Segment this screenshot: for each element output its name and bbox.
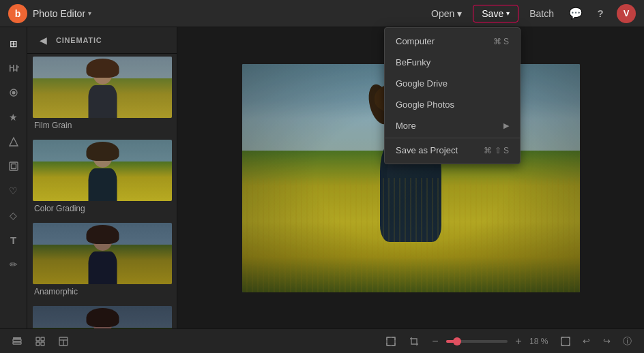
sidebar-item-shapes[interactable] [3,131,25,153]
bottombar-right: ↩ ↪ ⓘ [557,333,636,350]
avatar[interactable]: V [617,4,636,23]
list-item[interactable]: Anamorphic [27,220,177,303]
sidebar-item-heart[interactable]: ♡ [3,180,25,202]
sidebar-item-text[interactable]: T [3,229,25,251]
sidebar-item-brush[interactable]: ✏ [3,254,25,275]
svg-rect-16 [36,342,40,346]
panel-items: Film Grain [27,54,177,328]
svg-rect-12 [13,339,21,341]
effects-panel: ◀ CINEMATIC [27,27,177,328]
svg-rect-3 [13,70,16,71]
topbar-actions: Open ▾ Save ▾ Batch 💬 ? V [423,3,636,25]
svg-rect-11 [13,342,21,344]
thumb-lens-distortion [33,306,172,328]
info-icon[interactable]: ⓘ [618,333,636,350]
help-icon-button[interactable]: ? [589,3,611,25]
sidebar-item-favorites[interactable]: ★ [3,106,25,128]
zoom-value: 18 % [529,337,551,346]
app-name-chevron: ▾ [88,10,91,17]
sidebar-item-layers[interactable]: ⊞ [3,33,25,55]
svg-rect-9 [10,162,18,170]
list-item[interactable]: Film Grain [27,54,177,137]
thumb-film-grain [33,57,172,118]
list-item[interactable]: Color Grading [27,137,177,220]
sidebar-item-frames[interactable] [3,155,25,177]
panel-item-label: Color Grading [33,201,171,217]
redo-icon[interactable]: ↪ [598,333,615,350]
sidebar-item-stickers[interactable]: ◇ [3,204,25,226]
svg-rect-0 [10,65,11,72]
panel-back-button[interactable]: ◀ [35,33,50,48]
chat-icon-button[interactable]: 💬 [565,3,587,25]
save-dropdown: Computer ⌘ S BeFunky Google Drive Google… [384,27,521,164]
left-sidebar: ⊞ ★ ♡ ◇ T ✏ [0,27,27,328]
app-name-container[interactable]: Photo Editor ▾ [33,8,91,19]
batch-button[interactable]: Batch [521,5,562,22]
main-layout: ⊞ ★ ♡ ◇ T ✏ ◀ CINEMATIC [0,27,644,328]
zoom-controls: − + 18 % [428,335,551,348]
svg-rect-1 [10,67,13,68]
svg-rect-10 [11,164,16,169]
thumb-anamorphic [33,223,172,284]
svg-rect-14 [36,337,40,341]
zoom-slider[interactable] [446,340,508,343]
dropdown-item-save-project[interactable]: Save as Project ⌘ ⇧ S [385,140,520,161]
svg-rect-17 [41,342,44,346]
zoom-minus-button[interactable]: − [428,335,442,348]
topbar: b Photo Editor ▾ Open ▾ Save ▾ Batch 💬 ?… [0,0,644,27]
panel-title: CINEMATIC [56,36,102,44]
dropdown-item-befunky[interactable]: BeFunky [385,52,520,73]
svg-rect-22 [561,337,570,346]
zoom-slider-thumb [453,337,461,346]
app-name-label: Photo Editor [33,8,85,19]
panel-header: ◀ CINEMATIC [27,27,177,54]
expand-icon[interactable] [382,333,400,350]
crop-bottom-icon[interactable] [405,333,423,350]
zoom-plus-button[interactable]: + [512,335,525,348]
svg-point-7 [12,91,15,95]
sidebar-item-adjust[interactable] [3,57,25,79]
sidebar-item-effects[interactable] [3,82,25,104]
svg-rect-13 [13,337,21,339]
dropdown-item-computer[interactable]: Computer ⌘ S [385,31,520,52]
save-button[interactable]: Save ▾ [473,5,518,22]
layout-bottom-icon[interactable] [55,333,72,350]
svg-marker-8 [10,138,18,146]
dropdown-divider [385,138,520,138]
layers-bottom-icon[interactable] [8,333,26,350]
list-item[interactable]: Lens Distortion [27,303,177,328]
undo-icon[interactable]: ↩ [577,333,595,350]
open-button[interactable]: Open ▾ [423,5,470,22]
fit-icon[interactable] [557,333,574,350]
dropdown-item-google-photos[interactable]: Google Photos [385,94,520,115]
svg-rect-4 [16,65,18,72]
svg-rect-5 [16,67,19,68]
help-icon: ? [597,7,603,19]
grid-bottom-icon[interactable] [31,333,49,350]
thumb-color-grading [33,140,172,201]
app-logo: b [8,4,27,23]
svg-rect-21 [387,337,395,346]
chat-icon: 💬 [569,7,583,20]
panel-item-label: Anamorphic [33,284,171,301]
dropdown-item-more[interactable]: More ▶ [385,115,520,136]
bottombar: − + 18 % ↩ ↪ ⓘ [0,328,644,353]
dropdown-item-google-drive[interactable]: Google Drive [385,73,520,94]
panel-item-label: Film Grain [33,118,171,134]
svg-rect-15 [41,337,44,341]
